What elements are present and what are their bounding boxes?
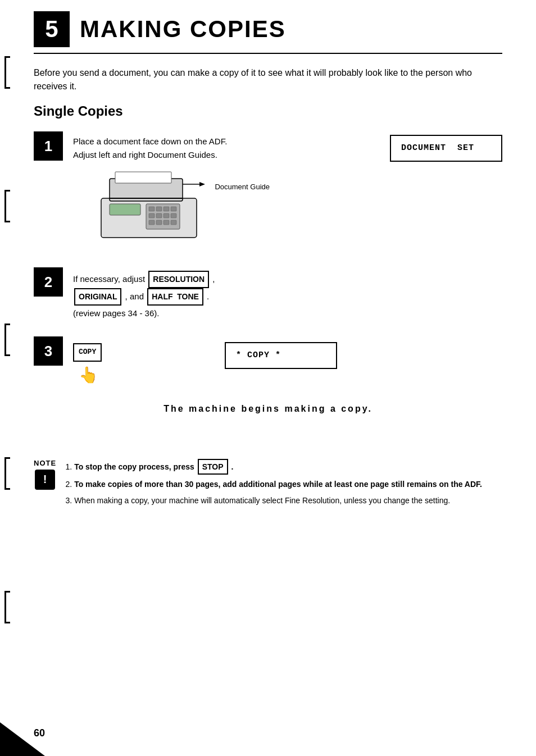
note-item-2: To make copies of more than 30 pages, ad…	[74, 478, 502, 490]
step-3-row: 3 COPY 👆 * COPY *	[34, 336, 502, 388]
step-1-display: DOCUMENT SET	[390, 135, 502, 162]
chapter-header: 5 MAKING COPIES	[34, 11, 502, 54]
steps-container: 1 Place a document face down on the ADF.…	[34, 131, 502, 388]
step-3-display-area: * COPY *	[208, 342, 337, 369]
svg-rect-16	[110, 204, 140, 215]
note-content: To stop the copy process, press STOP . T…	[63, 459, 502, 510]
step-1-row: 1 Place a document face down on the ADF.…	[34, 131, 502, 252]
step-2-number: 2	[34, 267, 63, 297]
step-1-number: 1	[34, 131, 63, 161]
svg-marker-19	[199, 182, 205, 186]
step-1-display-area: DOCUMENT SET	[373, 135, 502, 162]
note-label: NOTE	[34, 459, 56, 467]
resolution-button: RESOLUTION	[148, 271, 209, 288]
step-2-row: 2 If necessary, adjust RESOLUTION , ORIG…	[34, 267, 502, 321]
half-tone-button: HALF TONE	[147, 288, 203, 306]
step-2-content: If necessary, adjust RESOLUTION , ORIGIN…	[73, 267, 502, 321]
step-1-instruction: Place a document face down on the ADF. A…	[73, 135, 356, 162]
svg-rect-10	[163, 213, 169, 218]
original-button: ORIGINAL	[74, 288, 121, 306]
svg-rect-12	[149, 220, 155, 225]
copy-press-area: COPY 👆	[73, 343, 174, 388]
chapter-title: MAKING COPIES	[80, 16, 286, 43]
stop-button: STOP	[198, 459, 228, 475]
note-item-1: To stop the copy process, press STOP .	[74, 459, 502, 475]
note-icon: !	[35, 470, 55, 490]
page-mark-5	[4, 591, 10, 623]
step-1-content: Place a document face down on the ADF. A…	[73, 131, 502, 252]
page-mark-2	[4, 190, 10, 222]
svg-rect-13	[156, 220, 162, 225]
fax-illustration: Document Guide	[90, 167, 214, 252]
svg-rect-9	[156, 213, 162, 218]
step-3-display: * COPY *	[225, 342, 337, 369]
page-mark-1	[4, 56, 10, 89]
note-label-area: NOTE !	[34, 459, 56, 490]
machine-begins-text: The machine begins making a copy.	[34, 404, 502, 414]
note-section: NOTE ! To stop the copy process, press S…	[34, 459, 502, 510]
svg-rect-14	[163, 220, 169, 225]
chapter-number: 5	[34, 11, 70, 47]
fax-machine-svg	[90, 167, 208, 249]
note-item-3: When making a copy, your machine will au…	[74, 494, 502, 507]
section-heading: Single Copies	[34, 103, 502, 119]
page-mark-3	[4, 324, 10, 356]
svg-rect-11	[171, 213, 176, 218]
svg-rect-8	[149, 213, 155, 218]
copy-button-illustration: COPY	[73, 343, 102, 362]
svg-rect-15	[171, 220, 176, 225]
step-3-left: COPY 👆	[73, 340, 174, 388]
step-3-content: COPY 👆 * COPY *	[73, 336, 502, 388]
svg-rect-5	[156, 207, 162, 211]
svg-rect-4	[149, 207, 155, 211]
svg-rect-17	[115, 172, 171, 183]
hand-pointer-icon: 👆	[79, 363, 98, 388]
page-mark-4	[4, 457, 10, 490]
svg-rect-7	[171, 207, 176, 211]
step-3-number: 3	[34, 336, 63, 366]
page-number: 60	[34, 727, 45, 739]
svg-rect-6	[163, 207, 169, 211]
intro-text: Before you send a document, you can make…	[34, 66, 502, 93]
note-list: To stop the copy process, press STOP . T…	[63, 459, 502, 507]
doc-guide-label: Document Guide	[215, 181, 270, 193]
page-decoration-marks	[4, 56, 10, 623]
